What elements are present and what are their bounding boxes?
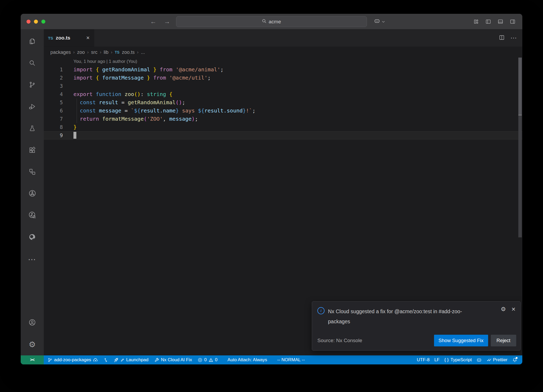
chevron-right-icon: › [111,50,112,55]
toggle-secondary-sidebar-icon[interactable] [510,19,515,24]
close-tab-icon[interactable]: × [86,34,90,41]
split-editor-icon[interactable] [499,35,505,41]
nx-console-icon [29,168,36,176]
breadcrumb-item[interactable]: packages [50,50,71,55]
sidebar-item-testing[interactable] [21,118,44,140]
sidebar-item-more[interactable]: ⋯ [21,248,44,270]
code-line[interactable]: 1import { getRandomAnimal } from '@acme/… [44,66,522,74]
chevron-right-icon: › [137,50,139,55]
files-icon [29,38,36,46]
forward-button[interactable]: → [164,18,170,25]
toggle-primary-sidebar-icon[interactable] [485,19,491,24]
git-graph-status-item[interactable] [101,355,110,364]
git-branch-icon [29,81,36,89]
beaker-icon [29,125,36,133]
chevron-right-icon: › [87,50,89,55]
code-line[interactable]: 5 const result = getRandomAnimal(); [44,98,522,107]
code-line[interactable]: 4export function zoo(): string { [44,90,522,98]
sidebar-item-edge-browser[interactable] [21,227,44,248]
notification-close-icon[interactable]: ✕ [511,307,516,312]
customize-layout-icon[interactable] [473,19,479,24]
code-line[interactable]: 8} [44,123,522,131]
code-line[interactable]: 9 [44,131,522,140]
prettier-status-item[interactable]: ✓✓ Prettier [484,355,510,364]
notification-toast: i Nx Cloud suggested a fix for @acme/zoo… [312,301,521,351]
line-number[interactable]: 6 [44,107,63,115]
breadcrumb-item[interactable]: zoo [77,50,85,55]
notification-settings-gear-icon[interactable]: ⚙ [501,306,506,312]
copilot-menu[interactable] [374,14,385,29]
notification-source: Source: Nx Console [317,338,362,343]
line-number[interactable]: 4 [44,90,63,98]
code-line[interactable]: 2import { formatMessage } from '@acme/ut… [44,74,522,82]
text-cursor [73,132,76,139]
gear-icon: ⚙ [29,341,36,349]
encoding-status-item[interactable]: UTF-8 [414,355,432,364]
rocket-icon [114,358,119,362]
sidebar-item-search[interactable] [21,53,44,74]
back-button[interactable]: ← [150,18,156,25]
line-number[interactable]: 7 [44,115,63,123]
language-status-item[interactable]: { } TypeScript [442,355,474,364]
sidebar-item-git-graph[interactable] [21,205,44,227]
code-line[interactable]: 7 return formatMessage('ZOO', message); [44,115,522,123]
command-center-search[interactable]: acme [176,16,367,27]
sidebar-item-run-debug[interactable] [21,96,44,118]
bell-icon [512,358,517,363]
run-debug-icon [29,103,36,111]
layout-controls [473,14,515,29]
titlebar: ← → acme [21,14,522,29]
sidebar-item-explorer[interactable] [21,31,44,53]
vim-mode-status-item[interactable]: -- NORMAL -- [275,355,307,364]
sidebar-item-source-control[interactable] [21,74,44,96]
zoom-window-button[interactable] [41,20,45,24]
breadcrumb-item[interactable]: lib [104,50,108,55]
nx-cloud-ai-fix-status-item[interactable]: Nx Cloud AI Fix [152,355,194,364]
sidebar-item-nx-console[interactable] [21,161,44,183]
line-number[interactable]: 5 [44,98,63,107]
close-window-button[interactable] [27,20,30,24]
show-suggested-fix-button[interactable]: Show Suggested Fix [434,335,488,346]
sidebar-item-nx-cloud[interactable] [21,183,44,205]
typescript-file-icon: TS [48,36,53,40]
remote-indicator[interactable]: >< [21,355,44,364]
tab-zoo-ts[interactable]: TS zoo.ts × [44,29,94,47]
notifications-bell-item[interactable] [510,355,520,364]
line-number[interactable]: 8 [44,123,63,131]
chevron-right-icon: › [73,50,75,55]
git-graph-search-icon [28,211,36,220]
error-icon [198,358,202,362]
gitlens-blame-annotation: You, 1 hour ago | 1 author (You) [73,58,522,66]
breadcrumb-item[interactable]: ... [141,50,145,55]
line-number[interactable]: 3 [44,82,63,90]
search-icon [262,19,266,25]
more-actions-icon[interactable]: ⋯ [510,34,517,42]
sidebar-item-extensions[interactable] [21,140,44,161]
problems-status-item[interactable]: 0 0 [195,355,220,364]
auto-attach-status-item[interactable]: Auto Attach: Always [225,355,269,364]
notification-message: Nx Cloud suggested a fix for @acme/zoo:t… [328,306,474,326]
status-bar: >< add-zoo-packages [21,355,522,364]
breadcrumb-item[interactable]: zoo.ts [122,50,135,55]
breadcrumb-item[interactable]: src [91,50,97,55]
minimize-window-button[interactable] [34,20,38,24]
account-button[interactable] [21,312,44,334]
line-number[interactable]: 1 [44,66,63,74]
reject-button[interactable]: Reject [491,335,516,346]
cloud-upload-icon [93,358,98,362]
copilot-status-item[interactable] [474,355,484,364]
code-line[interactable]: 6 const message = `${result.name} says $… [44,107,522,115]
search-icon [29,59,36,68]
toggle-panel-icon[interactable] [498,19,503,24]
breadcrumb: packages › zoo › src › lib › TS zoo.ts ›… [44,47,522,58]
settings-button[interactable]: ⚙ [21,334,44,355]
eol-status-item[interactable]: LF [432,355,442,364]
launchpad-status-item[interactable]: Launchpad [111,355,151,364]
git-branch-icon [48,358,52,362]
editor-scrollbar[interactable] [518,58,522,237]
double-check-icon: ✓✓ [487,358,490,363]
branch-status-item[interactable]: add-zoo-packages [45,355,100,364]
line-number[interactable]: 9 [44,131,63,140]
code-line[interactable]: 3 [44,82,522,90]
line-number[interactable]: 2 [44,74,63,82]
